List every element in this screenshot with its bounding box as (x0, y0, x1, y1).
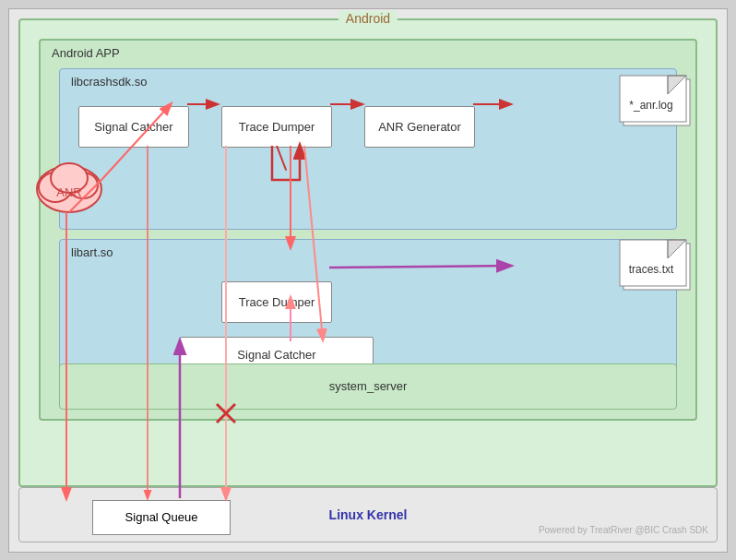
system-server-box: system_server (59, 363, 677, 410)
app-label: Android APP (52, 46, 120, 60)
libart-label: libart.so (71, 245, 113, 259)
anr-generator-label: ANR Generator (378, 120, 461, 134)
powered-by: Powered by TreatRiver @BIC Crash SDK (539, 525, 708, 535)
signal-catcher-libart-label: Signal Catcher (237, 348, 315, 362)
trace-dumper-libart-box: Trace Dumper (221, 281, 332, 323)
app-box: Android APP libcrashsdk.so Signal Catche… (39, 39, 697, 421)
svg-text:*_anr.log: *_anr.log (629, 99, 672, 112)
svg-text:traces.txt: traces.txt (629, 263, 674, 276)
libcrash-box: libcrashsdk.so Signal Catcher Trace Dump… (59, 68, 677, 230)
libart-box: libart.so Trace Dumper Signal Catcher (59, 239, 677, 382)
libcrash-label: libcrashsdk.so (71, 75, 147, 89)
signal-queue-label: Signal Queue (125, 510, 198, 524)
anr-log-file: *_anr.log (616, 74, 699, 132)
system-label: system_server (329, 379, 408, 393)
trace-dumper-libart-label: Trace Dumper (239, 295, 315, 309)
signal-queue-box: Signal Queue (92, 500, 231, 535)
trace-dumper-top-label: Trace Dumper (239, 120, 315, 134)
anr-cloud: ANR (32, 152, 106, 220)
diagram-root: Linux Kernel Android Android APP libcras… (8, 8, 728, 553)
android-box: Android Android APP libcrashsdk.so Signa… (18, 18, 718, 487)
kernel-label: Linux Kernel (329, 507, 408, 522)
android-label: Android (338, 11, 398, 26)
traces-txt-file: traces.txt (616, 238, 699, 296)
signal-catcher-top-box: Signal Catcher (78, 106, 189, 148)
anr-generator-box: ANR Generator (364, 106, 475, 148)
signal-catcher-top-label: Signal Catcher (94, 120, 172, 134)
svg-text:ANR: ANR (56, 185, 81, 199)
trace-dumper-top-box: Trace Dumper (221, 106, 332, 148)
